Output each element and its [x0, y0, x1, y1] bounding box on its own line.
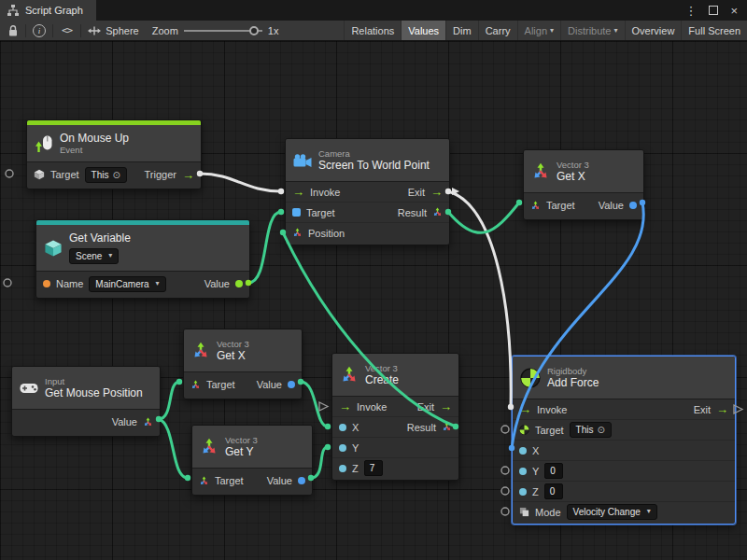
camera-type-icon[interactable] [292, 208, 301, 217]
wire-trigger-to-invoke[interactable] [200, 174, 281, 191]
wire-variable-to-target[interactable] [248, 212, 281, 283]
value-port-dot[interactable] [629, 202, 637, 209]
string-port-dot[interactable] [43, 280, 50, 287]
wire-getx-to-create-x[interactable] [301, 382, 328, 427]
graph-canvas[interactable]: On Mouse Up Event Target This ⊙ Trigger … [0, 41, 747, 560]
node-title: Get Y [225, 445, 258, 458]
dim-button[interactable]: Dim [445, 21, 478, 40]
node-get-variable[interactable]: Get Variable Scene ▾ Name MainCamera ▾ [35, 219, 250, 299]
variable-name-dropdown[interactable]: MainCamera ▾ [89, 276, 165, 292]
distribute-button[interactable]: Distribute▾ [560, 21, 624, 40]
graph-object-name: Sphere [106, 25, 138, 36]
overview-button[interactable]: Overview [625, 21, 682, 40]
tab-script-graph[interactable]: Script Graph [0, 0, 96, 21]
vector3-icon[interactable] [432, 207, 443, 217]
node-title: Get Mouse Position [45, 386, 143, 399]
unconnected-port-circle [4, 279, 11, 287]
vector3-icon[interactable] [143, 417, 153, 427]
wire-gety-to-create-y[interactable] [311, 447, 328, 478]
zoom-slider[interactable] [184, 25, 262, 36]
float-port-dot[interactable] [519, 468, 527, 475]
node-on-mouse-up[interactable]: On Mouse Up Event Target This ⊙ Trigger … [26, 119, 202, 189]
mode-dropdown[interactable]: Velocity Change ▾ [567, 504, 657, 520]
node-vector3-get-x-mid[interactable]: Vector 3 Get X Target Value [183, 329, 303, 399]
align-button[interactable]: Align▾ [517, 21, 560, 40]
node-header: Camera Screen To World Point [286, 139, 449, 182]
vector3-icon[interactable] [199, 476, 209, 486]
node-title: Screen To World Point [318, 159, 430, 172]
target-picker-icon: ⊙ [597, 424, 604, 436]
values-button[interactable]: Values [401, 21, 445, 40]
wire-result-to-getx[interactable] [448, 203, 519, 232]
unconnected-port-circle [501, 426, 509, 433]
target-value-chip[interactable]: This ⊙ [85, 167, 127, 183]
float-port-dot[interactable] [519, 447, 527, 455]
rigidbody-type-icon[interactable] [519, 425, 529, 435]
flow-arrow-icon[interactable]: → [430, 186, 443, 198]
z-value-field[interactable]: 7 [364, 460, 383, 476]
z-port-label: Z [532, 486, 539, 497]
target-port-label: Target [206, 379, 235, 390]
unity-script-graph-window: Script Graph ⋮ × i <> Sphere Zoom 1x Rel… [0, 0, 747, 560]
wire-mouse-to-getx[interactable] [159, 382, 179, 419]
flow-arrow-icon[interactable]: → [519, 403, 531, 415]
kebab-menu-icon[interactable]: ⋮ [684, 5, 697, 17]
flow-arrow-icon[interactable]: → [292, 186, 304, 198]
align-label: Align [525, 25, 547, 36]
node-add-force[interactable]: Rigidbody Add Force → Invoke Exit → Targ… [512, 356, 736, 525]
vector3-icon[interactable] [530, 201, 541, 211]
result-port-label: Result [398, 207, 427, 218]
flow-arrow-icon[interactable]: → [182, 169, 194, 181]
node-vector3-create[interactable]: Vector 3 Create → Invoke Exit → X Result [331, 353, 459, 481]
vector3-icon[interactable] [292, 228, 303, 238]
code-view-icon[interactable]: <> [62, 24, 72, 36]
port-row-mode: Mode Velocity Change ▾ [513, 501, 735, 522]
fullscreen-button[interactable]: Full Screen [681, 21, 747, 40]
node-vector3-get-y[interactable]: Vector 3 Get Y Target Value [191, 425, 313, 496]
node-title: Get X [557, 170, 589, 183]
vector3-icon[interactable] [442, 422, 452, 432]
value-port-dot[interactable] [298, 477, 305, 484]
flow-arrow-icon[interactable]: → [440, 400, 452, 413]
y-port-label: Y [352, 442, 359, 454]
value-port-dot[interactable] [288, 381, 295, 388]
node-vector3-get-x-top[interactable]: Vector 3 Get X Target Value [523, 149, 644, 220]
zoom-slider-handle[interactable] [249, 26, 259, 35]
unconnected-flow-triangle [319, 402, 328, 411]
chevron-down-icon: ▾ [108, 251, 112, 260]
variable-scope-dropdown[interactable]: Scene ▾ [69, 248, 119, 264]
chevron-down-icon: ▾ [156, 279, 160, 288]
variable-name-value: MainCamera [95, 278, 148, 290]
scope-value: Scene [76, 250, 102, 262]
port-row-target-value: Target Value [524, 193, 643, 217]
float-port-dot[interactable] [519, 488, 527, 496]
float-port-dot[interactable] [339, 424, 346, 431]
chevron-down-icon: ▾ [647, 507, 651, 516]
gameobject-icon [34, 169, 45, 180]
node-screen-to-world-point[interactable]: Camera Screen To World Point → Invoke Ex… [285, 138, 450, 245]
node-header: Vector 3 Create [332, 354, 458, 397]
lock-icon[interactable] [7, 24, 19, 37]
port-row-z: Z 0 [513, 481, 735, 501]
z-value-field[interactable]: 0 [544, 483, 563, 499]
flow-arrow-icon[interactable]: → [716, 403, 728, 415]
z-port-label: Z [352, 463, 359, 474]
value-port-dot[interactable] [235, 280, 243, 287]
relations-button[interactable]: Relations [344, 21, 401, 40]
close-icon[interactable]: × [730, 5, 738, 17]
maximize-icon[interactable] [709, 5, 718, 17]
y-value-field[interactable]: 0 [544, 463, 563, 479]
node-header: On Mouse Up Event [27, 125, 201, 162]
info-icon[interactable]: i [33, 24, 46, 37]
vector3-icon[interactable] [190, 380, 201, 390]
zoom-value: 1x [268, 25, 279, 36]
carry-button[interactable]: Carry [478, 21, 517, 40]
wire-mouse-to-gety[interactable] [159, 419, 188, 478]
port-row-value: Value [12, 410, 160, 434]
target-port-label: Target [546, 200, 575, 211]
flow-arrow-icon[interactable]: → [339, 400, 351, 413]
target-value-chip[interactable]: This ⊙ [570, 422, 612, 438]
float-port-dot[interactable] [339, 444, 346, 452]
node-get-mouse-position[interactable]: Input Get Mouse Position Value [11, 366, 161, 437]
float-port-dot[interactable] [339, 465, 346, 472]
